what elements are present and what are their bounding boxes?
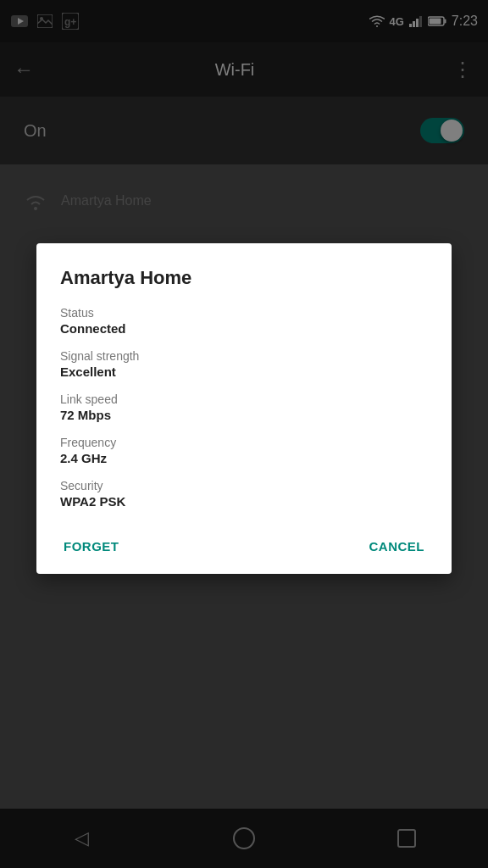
forget-button[interactable]: FORGET <box>60 532 123 560</box>
frequency-label: Frequency <box>60 436 428 449</box>
frequency-value: 2.4 GHz <box>60 451 428 465</box>
dialog-actions: FORGET CANCEL <box>60 526 428 560</box>
security-field: Security WPA2 PSK <box>60 479 428 509</box>
dialog-title: Amartya Home <box>60 267 428 289</box>
link-speed-field: Link speed 72 Mbps <box>60 392 428 422</box>
signal-label: Signal strength <box>60 349 428 363</box>
status-label: Status <box>60 306 428 320</box>
security-label: Security <box>60 479 428 492</box>
status-value: Connected <box>60 321 428 336</box>
cancel-button[interactable]: CANCEL <box>366 532 429 560</box>
security-value: WPA2 PSK <box>60 494 428 509</box>
wifi-detail-dialog: Amartya Home Status Connected Signal str… <box>36 243 452 574</box>
signal-value: Excellent <box>60 364 428 379</box>
link-speed-value: 72 Mbps <box>60 408 428 422</box>
signal-field: Signal strength Excellent <box>60 349 428 379</box>
status-field: Status Connected <box>60 306 428 336</box>
link-speed-label: Link speed <box>60 392 428 406</box>
dialog-overlay: Amartya Home Status Connected Signal str… <box>0 0 488 868</box>
frequency-field: Frequency 2.4 GHz <box>60 436 428 465</box>
